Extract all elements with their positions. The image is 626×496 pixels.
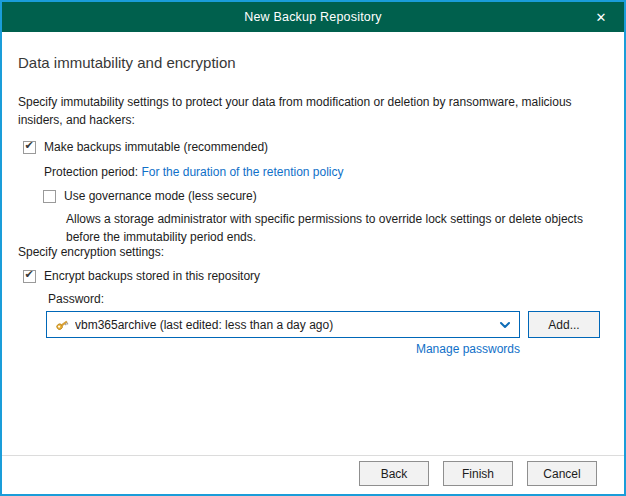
- cancel-button[interactable]: Cancel: [527, 461, 597, 486]
- make-immutable-label: Make backups immutable (recommended): [44, 140, 268, 154]
- make-immutable-checkbox[interactable]: [23, 141, 36, 154]
- make-immutable-checkbox-row[interactable]: Make backups immutable (recommended): [23, 140, 268, 154]
- encrypt-backups-label: Encrypt backups stored in this repositor…: [44, 269, 260, 283]
- encryption-intro-text: Specify encryption settings:: [18, 245, 164, 259]
- window-title: New Backup Repository: [244, 10, 382, 24]
- encrypt-backups-checkbox-row[interactable]: Encrypt backups stored in this repositor…: [23, 269, 260, 283]
- new-backup-repository-dialog: New Backup Repository ✕ Data immutabilit…: [0, 0, 626, 496]
- immutability-intro-text: Specify immutability settings to protect…: [18, 93, 612, 129]
- finish-button[interactable]: Finish: [443, 461, 513, 486]
- password-label: Password:: [48, 292, 104, 306]
- key-icon: [55, 318, 69, 332]
- close-icon[interactable]: ✕: [586, 2, 616, 32]
- encrypt-backups-checkbox[interactable]: [23, 270, 36, 283]
- footer-separator: [2, 455, 624, 456]
- manage-passwords-link[interactable]: Manage passwords: [416, 342, 520, 356]
- governance-description: Allows a storage administrator with spec…: [66, 210, 610, 246]
- manage-passwords-line: Manage passwords: [46, 342, 520, 356]
- chevron-down-icon[interactable]: [499, 319, 511, 331]
- governance-mode-checkbox[interactable]: [43, 190, 56, 203]
- page-title: Data immutability and encryption: [18, 54, 236, 71]
- password-dropdown[interactable]: vbm365archive (last edited: less than a …: [46, 311, 520, 338]
- protection-period-link[interactable]: For the duration of the retention policy: [141, 165, 343, 179]
- protection-period-line: Protection period: For the duration of t…: [44, 165, 344, 179]
- titlebar[interactable]: New Backup Repository ✕: [2, 2, 624, 32]
- password-dropdown-value: vbm365archive (last edited: less than a …: [75, 318, 493, 332]
- back-button[interactable]: Back: [359, 461, 429, 486]
- governance-mode-checkbox-row[interactable]: Use governance mode (less secure): [43, 189, 257, 203]
- protection-period-label: Protection period:: [44, 165, 141, 179]
- add-password-button[interactable]: Add...: [528, 311, 600, 338]
- governance-mode-label: Use governance mode (less secure): [64, 189, 257, 203]
